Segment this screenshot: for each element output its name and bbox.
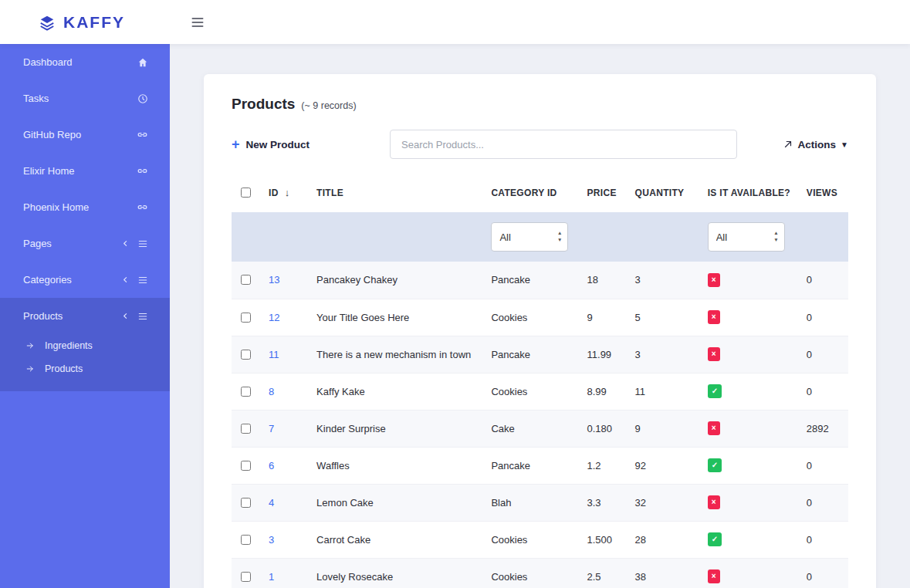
row-quantity: 28 (629, 521, 702, 558)
row-checkbox[interactable] (241, 535, 251, 545)
arrow-up-right-icon (783, 139, 793, 150)
category-filter-select[interactable]: All (491, 222, 568, 252)
row-id-link[interactable]: 7 (269, 423, 274, 434)
row-id-link[interactable]: 6 (269, 460, 274, 471)
sidebar-item-products[interactable]: Products (0, 298, 170, 334)
row-views: 0 (800, 558, 848, 588)
sidebar-item-github-repo[interactable]: GitHub Repo (0, 117, 170, 153)
row-quantity: 38 (629, 558, 702, 588)
row-checkbox[interactable] (241, 387, 251, 397)
row-quantity: 9 (629, 410, 702, 447)
row-category-id: Cookies (485, 521, 580, 558)
sidebar-item-label: Dashboard (23, 56, 73, 68)
row-checkbox[interactable] (241, 498, 251, 508)
row-category-id: Blah (485, 484, 580, 521)
row-views: 0 (800, 521, 848, 558)
row-id-link[interactable]: 8 (269, 386, 274, 397)
sidebar-item-tasks[interactable]: Tasks (0, 80, 170, 117)
link-icon (137, 129, 148, 140)
table-row: 8Kaffy KakeCookies8.9911✓0 (232, 373, 848, 410)
row-id-link[interactable]: 1 (269, 571, 274, 583)
row-quantity: 11 (629, 373, 702, 410)
layers-icon (39, 14, 56, 31)
column-header-views: VIEWS (800, 179, 848, 212)
sidebar-item-label: Tasks (23, 93, 49, 104)
table-row: 11There is a new mechanism in townPancak… (232, 336, 848, 373)
row-id-link[interactable]: 12 (269, 312, 279, 323)
row-quantity: 3 (629, 262, 702, 299)
row-title: Lemon Cake (310, 484, 485, 521)
card-title-row: Products (~ 9 records) (232, 96, 848, 113)
chevron-left-icon (121, 312, 130, 320)
row-title: Pancakey Chakey (310, 262, 485, 299)
row-checkbox[interactable] (241, 461, 251, 471)
row-checkbox[interactable] (241, 424, 251, 434)
row-title: Kinder Surprise (310, 410, 485, 447)
products-card: Products (~ 9 records) + New Product Act… (204, 74, 876, 588)
column-header-id[interactable]: ID↓ (262, 179, 310, 212)
row-category-id: Cake (485, 410, 580, 447)
row-quantity: 92 (629, 447, 702, 484)
row-id-link[interactable]: 3 (269, 534, 274, 546)
sidebar-active-group: ProductsIngredientsProducts (0, 298, 170, 391)
plus-icon: + (232, 137, 240, 151)
sidebar-item-dashboard[interactable]: Dashboard (0, 44, 170, 80)
available-badge: ✓ (708, 532, 722, 546)
search-input[interactable] (390, 130, 737, 159)
row-views: 0 (800, 299, 848, 336)
unavailable-badge: × (708, 569, 720, 583)
home-icon (137, 57, 148, 68)
unavailable-badge: × (708, 495, 720, 509)
row-title: Carrot Cake (310, 521, 485, 558)
select-all-checkbox[interactable] (241, 188, 251, 198)
sidebar-item-label: Categories (23, 274, 72, 286)
row-category-id: Cookies (485, 558, 580, 588)
products-table: ID↓ TITLE CATEGORY ID PRICE QUANTITY IS … (232, 179, 848, 588)
toolbar: + New Product Actions ▼ (232, 130, 848, 159)
row-quantity: 32 (629, 484, 702, 521)
row-checkbox[interactable] (241, 350, 251, 360)
table-row: 7Kinder SurpriseCake0.1809×2892 (232, 410, 848, 447)
row-id-link[interactable]: 13 (269, 274, 279, 286)
row-title: Lovely Rosecake (310, 558, 485, 588)
row-id-link[interactable]: 4 (269, 497, 274, 509)
row-checkbox[interactable] (241, 313, 251, 323)
row-id-link[interactable]: 11 (269, 349, 279, 360)
sidebar-item-elixir-home[interactable]: Elixir Home (0, 153, 170, 189)
new-product-label: New Product (246, 139, 310, 150)
sidebar-subitem-ingredients[interactable]: Ingredients (0, 334, 170, 357)
row-category-id: Pancake (485, 336, 580, 373)
row-category-id: Pancake (485, 447, 580, 484)
row-price: 11.99 (581, 336, 629, 373)
new-product-button[interactable]: + New Product (232, 137, 310, 151)
row-title: Your Title Goes Here (310, 299, 485, 336)
row-checkbox[interactable] (241, 275, 251, 285)
sidebar-toggle-button[interactable] (190, 15, 205, 30)
sidebar-item-categories[interactable]: Categories (0, 262, 170, 298)
actions-dropdown[interactable]: Actions ▼ (783, 139, 848, 150)
available-filter-select[interactable]: All (708, 222, 785, 252)
sort-desc-icon: ↓ (285, 187, 290, 198)
table-row: 12Your Title Goes HereCookies95×0 (232, 299, 848, 336)
available-badge: ✓ (708, 458, 722, 472)
link-icon (137, 201, 148, 213)
table-row: 13Pancakey ChakeyPancake183×0 (232, 262, 848, 299)
row-category-id: Pancake (485, 262, 580, 299)
table-row: 3Carrot CakeCookies1.50028✓0 (232, 521, 848, 558)
column-header-category-id: CATEGORY ID (485, 179, 580, 212)
sidebar-subitem-label: Ingredients (45, 340, 93, 351)
sidebar-subitem-products[interactable]: Products (0, 357, 170, 380)
arrow-right-icon (25, 364, 35, 373)
sidebar-item-pages[interactable]: Pages (0, 225, 170, 262)
sidebar-item-phoenix-home[interactable]: Phoenix Home (0, 189, 170, 225)
brand-logo[interactable]: KAFFY (0, 13, 170, 32)
row-price: 0.180 (581, 410, 629, 447)
top-header: KAFFY (0, 0, 910, 44)
row-category-id: Cookies (485, 373, 580, 410)
row-price: 8.99 (581, 373, 629, 410)
table-header-row: ID↓ TITLE CATEGORY ID PRICE QUANTITY IS … (232, 179, 848, 212)
row-title: There is a new mechanism in town (310, 336, 485, 373)
sidebar-subitem-label: Products (45, 363, 83, 374)
row-checkbox[interactable] (241, 572, 251, 582)
column-header-quantity: QUANTITY (629, 179, 702, 212)
